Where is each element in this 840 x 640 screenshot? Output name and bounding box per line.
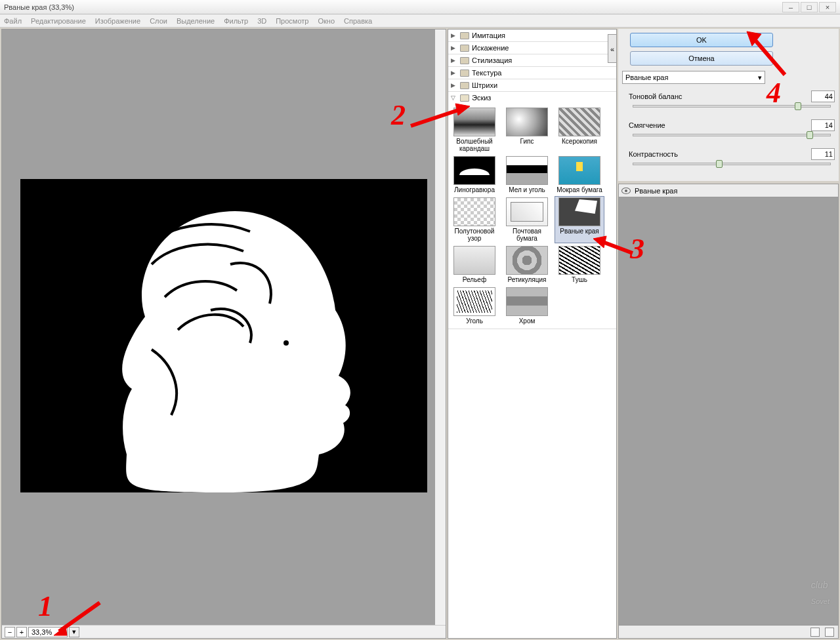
slider-handle[interactable]	[807, 131, 813, 139]
zoom-bar: − + 33,3% ▾	[2, 625, 446, 638]
window-title: Рваные края (33,3%)	[4, 3, 782, 11]
slider-label: Контрастность	[629, 150, 811, 158]
menu-item[interactable]: Слои	[150, 17, 167, 25]
filter-thumb-halftone[interactable]: Полутоновой узор	[450, 196, 499, 243]
folder-icon	[460, 70, 469, 77]
cancel-button[interactable]: Отмена	[630, 51, 773, 66]
menubar: Файл Редактирование Изображение Слои Выд…	[0, 14, 840, 28]
slider-track[interactable]	[633, 134, 831, 136]
folder-icon	[460, 57, 469, 64]
category-label: Текстура	[472, 69, 501, 77]
category-stylize[interactable]: ▶Стилизация	[448, 54, 616, 66]
delete-effect-layer-button[interactable]	[825, 628, 834, 637]
folder-open-icon	[460, 94, 469, 102]
filter-thumb-relief[interactable]: Рельеф	[450, 245, 499, 285]
category-label: Стилизация	[472, 56, 512, 64]
filter-thumb-reticulation[interactable]: Ретикуляция	[502, 245, 552, 285]
menu-item[interactable]: Выделение	[177, 17, 215, 25]
triangle-right-icon: ▶	[451, 57, 457, 64]
thumb-preview	[558, 197, 600, 226]
thumb-preview	[506, 197, 548, 226]
menu-item[interactable]: Файл	[4, 17, 22, 25]
thumb-preview	[506, 287, 548, 316]
filter-thumb-notepaper[interactable]: Почтовая бумага	[502, 196, 552, 243]
thumb-preview	[453, 246, 495, 275]
menu-item[interactable]: Справка	[344, 17, 372, 25]
menu-item[interactable]: Редактирование	[31, 17, 86, 25]
filter-thumb-wetpaper[interactable]: Мокрая бумага	[555, 155, 604, 195]
triangle-right-icon: ▶	[451, 70, 457, 76]
effect-layer-name: Рваные края	[635, 187, 677, 195]
chevron-down-icon: ▾	[758, 73, 762, 82]
menu-item[interactable]: 3D	[257, 17, 266, 25]
menu-item[interactable]: Просмотр	[276, 17, 308, 25]
visibility-eye-icon[interactable]	[621, 188, 631, 194]
slider-handle[interactable]	[795, 102, 801, 110]
effect-layer-row[interactable]: Рваные края	[619, 184, 838, 197]
slider-track[interactable]	[633, 163, 831, 165]
filter-thumb-chalk[interactable]: Мел и уголь	[502, 155, 552, 195]
category-distort[interactable]: ▶Искажение	[448, 42, 616, 54]
zoom-value[interactable]: 33,3%	[28, 627, 68, 637]
close-button[interactable]: ×	[819, 2, 836, 12]
category-texture[interactable]: ▶Текстура	[448, 67, 616, 79]
triangle-right-icon: ▶	[451, 82, 457, 89]
category-label: Штрихи	[472, 81, 497, 89]
filter-thumb-plaster[interactable]: Гипс	[502, 106, 552, 153]
thumbnail-grid: Волшебный карандаш Гипс Ксерокопия Линог…	[448, 104, 616, 329]
ok-button[interactable]: OK	[630, 33, 773, 47]
slider-value-input[interactable]	[811, 148, 835, 160]
folder-icon	[460, 45, 469, 52]
minimize-button[interactable]: –	[782, 2, 799, 12]
category-label: Искажение	[472, 44, 509, 52]
window-titlebar: Рваные края (33,3%) – □ ×	[0, 0, 840, 14]
scroll-down-button[interactable]: ▾	[435, 614, 446, 625]
triangle-right-icon: ▶	[451, 45, 457, 51]
canvas-area[interactable]: ▴ ▾	[2, 30, 446, 625]
folder-icon	[460, 82, 469, 89]
thumb-preview	[453, 197, 495, 226]
filter-select-dropdown[interactable]: Рваные края▾	[622, 71, 765, 84]
svg-point-0	[284, 340, 289, 346]
filter-thumb-lino[interactable]: Линогравюра	[450, 155, 499, 195]
category-sketch[interactable]: ▽Эскиз	[448, 92, 616, 104]
filter-thumb-photocopy[interactable]: Ксерокопия	[555, 106, 604, 153]
slider-label: Смягчение	[629, 121, 811, 129]
preview-image	[20, 179, 427, 492]
menu-item[interactable]: Окно	[318, 17, 335, 25]
slider-label: Тоновой баланс	[629, 92, 811, 100]
thumb-preview	[558, 108, 600, 136]
zoom-dropdown-button[interactable]: ▾	[69, 627, 79, 637]
filter-thumb-ink[interactable]: Тушь	[555, 245, 604, 285]
settings-panel: « OK Отмена Рваные края▾ Тоновой баланс …	[618, 29, 839, 639]
filter-category-list[interactable]: ▶Имитация ▶Искажение ▶Стилизация ▶Тексту…	[448, 29, 617, 639]
filter-thumb-magic-pencil[interactable]: Волшебный карандаш	[450, 106, 499, 153]
thumb-preview	[558, 156, 600, 185]
slider-value-input[interactable]	[811, 90, 835, 102]
slider-value-input[interactable]	[811, 119, 835, 131]
zoom-out-button[interactable]: −	[5, 627, 15, 637]
menu-item[interactable]: Изображение	[95, 17, 140, 25]
filter-thumb-charcoal[interactable]: Уголь	[450, 286, 499, 326]
slider-contrast: Контрастность	[629, 148, 835, 165]
thumb-preview	[558, 246, 600, 275]
new-effect-layer-button[interactable]	[810, 628, 820, 637]
scroll-up-button[interactable]: ▴	[435, 30, 446, 40]
thumb-preview	[506, 108, 548, 136]
triangle-down-icon: ▽	[451, 94, 457, 101]
maximize-button[interactable]: □	[801, 2, 818, 12]
menu-item[interactable]: Фильтр	[224, 17, 248, 25]
silhouette-artwork	[20, 179, 427, 492]
filter-settings: « OK Отмена Рваные края▾ Тоновой баланс …	[618, 29, 839, 181]
zoom-in-button[interactable]: +	[16, 627, 27, 637]
category-imitation[interactable]: ▶Имитация	[448, 30, 616, 41]
slider-track[interactable]	[633, 105, 831, 108]
filter-thumb-torn-edges[interactable]: Рваные края	[555, 196, 604, 243]
collapse-panel-button[interactable]: «	[608, 34, 617, 63]
category-brushstrokes[interactable]: ▶Штрихи	[448, 79, 616, 91]
thumb-preview	[506, 156, 548, 185]
slider-handle[interactable]	[716, 160, 723, 168]
folder-icon	[460, 32, 469, 39]
watermark: clubSovet	[811, 582, 830, 609]
filter-thumb-chrome[interactable]: Хром	[502, 286, 552, 326]
